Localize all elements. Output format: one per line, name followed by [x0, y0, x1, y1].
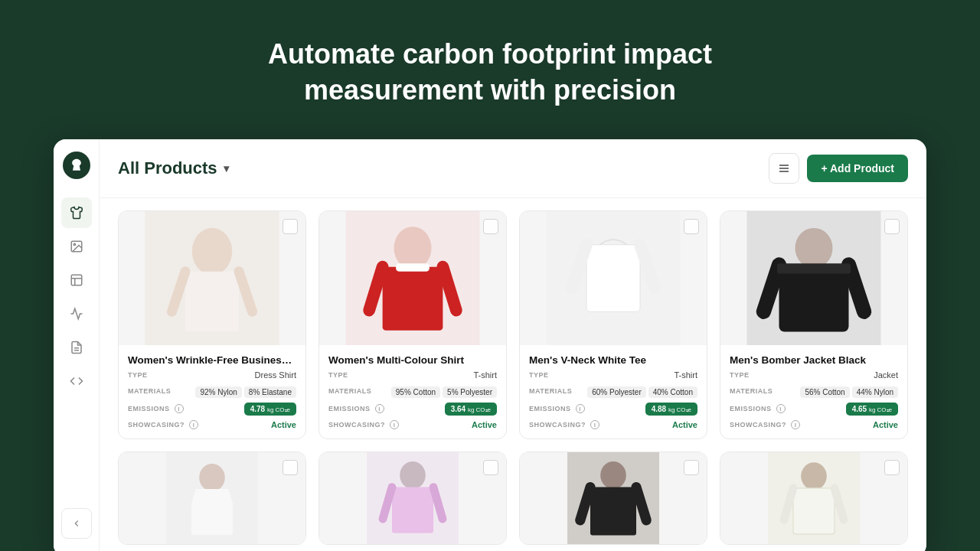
card-checkbox[interactable]: [283, 460, 298, 475]
showcasing-value: Active: [271, 420, 296, 429]
showcasing-label: SHOWCASING? i: [730, 420, 800, 429]
page-title: All Products: [118, 158, 217, 178]
emissions-info-icon[interactable]: i: [375, 404, 384, 413]
card-checkbox[interactable]: [884, 219, 900, 234]
svg-rect-10: [185, 271, 239, 331]
card-checkbox[interactable]: [283, 219, 298, 234]
emissions-row: EMISSIONS i 4.65 kg CO₂e: [730, 403, 898, 416]
product-card-placeholder[interactable]: [519, 452, 707, 545]
emissions-info-icon[interactable]: i: [175, 404, 184, 413]
svg-rect-15: [383, 266, 443, 330]
hero-section: Automate carbon footprint impact measure…: [0, 0, 980, 139]
materials-tags: 60% Polyester40% Cotton: [585, 384, 697, 398]
product-card[interactable]: Women's Wrinkle-Free Business S... TYPE …: [118, 210, 306, 439]
chevron-down-icon: ▾: [224, 162, 229, 174]
svg-point-14: [394, 227, 432, 269]
type-row: TYPE Jacket: [730, 370, 898, 380]
svg-rect-41: [590, 487, 636, 535]
emissions-info-icon[interactable]: i: [776, 404, 786, 413]
sidebar-item-gallery1[interactable]: [61, 231, 92, 262]
card-title: Men's V-Neck White Tee: [529, 354, 697, 366]
product-card[interactable]: Men's V-Neck White Tee TYPE T-shirt MATE…: [519, 210, 707, 439]
showcasing-value: Active: [873, 420, 898, 429]
type-label: TYPE: [328, 371, 348, 379]
showcasing-row: SHOWCASING? i Active: [529, 420, 697, 429]
product-card-placeholder[interactable]: [720, 452, 908, 545]
showcasing-info-icon[interactable]: i: [791, 420, 800, 429]
sidebar: [54, 139, 100, 551]
card-title: Women's Wrinkle-Free Business S...: [128, 354, 296, 366]
emission-badge: 3.64 kg CO₂e: [445, 403, 497, 416]
all-products-dropdown[interactable]: All Products ▾: [118, 158, 229, 178]
sidebar-item-code[interactable]: [61, 366, 92, 396]
showcasing-label: SHOWCASING? i: [328, 420, 399, 429]
product-card[interactable]: Women's Multi-Colour Shirt TYPE T-shirt …: [318, 210, 507, 439]
card-image: [520, 211, 707, 345]
card-image: [720, 211, 907, 345]
materials-label: MATERIALS: [730, 387, 773, 395]
emission-unit: kg CO₂e: [468, 406, 491, 413]
top-bar: All Products ▾ + Add Product: [100, 139, 926, 198]
emissions-label: EMISSIONS i: [328, 404, 384, 413]
type-label: TYPE: [128, 371, 148, 379]
product-card-placeholder[interactable]: [318, 452, 507, 545]
card-checkbox[interactable]: [684, 460, 699, 475]
showcasing-row: SHOWCASING? i Active: [128, 420, 296, 429]
card-checkbox[interactable]: [483, 219, 498, 234]
showcasing-info-icon[interactable]: i: [390, 420, 399, 429]
card-checkbox[interactable]: [483, 460, 498, 475]
sidebar-item-products[interactable]: [61, 197, 92, 228]
hero-title: Automate carbon footprint impact measure…: [222, 37, 758, 109]
material-tag: 60% Polyester: [587, 386, 645, 398]
emission-unit: kg CO₂e: [869, 406, 892, 413]
showcasing-info-icon[interactable]: i: [189, 420, 198, 429]
type-label: TYPE: [730, 371, 750, 379]
sidebar-logo[interactable]: [63, 152, 90, 179]
product-card-placeholder[interactable]: [118, 452, 306, 545]
materials-label: MATERIALS: [529, 387, 572, 395]
emissions-row: EMISSIONS i 3.64 kg CO₂e: [328, 403, 497, 416]
svg-point-30: [199, 464, 225, 491]
app-window: All Products ▾ + Add Product: [54, 139, 926, 551]
materials-row: MATERIALS 95% Cotton5% Polyester: [328, 384, 497, 398]
sidebar-item-gallery2[interactable]: [61, 265, 92, 295]
materials-row: MATERIALS 92% Nylon8% Elastane: [128, 384, 296, 398]
card-image: [119, 211, 305, 345]
products-grid: Women's Wrinkle-Free Business S... TYPE …: [100, 198, 926, 551]
type-row: TYPE T-shirt: [529, 370, 697, 380]
sidebar-item-analytics[interactable]: [61, 298, 92, 329]
material-tag: 44% Nylon: [852, 386, 898, 398]
menu-icon-btn[interactable]: [769, 153, 799, 184]
top-bar-actions: + Add Product: [769, 153, 908, 184]
showcasing-info-icon[interactable]: i: [590, 420, 599, 429]
sidebar-item-documents[interactable]: [61, 332, 92, 363]
svg-point-40: [600, 461, 626, 489]
svg-rect-36: [392, 487, 433, 533]
svg-rect-18: [396, 263, 430, 272]
card-checkbox[interactable]: [884, 460, 900, 475]
showcasing-row: SHOWCASING? i Active: [730, 420, 898, 429]
svg-rect-25: [779, 265, 849, 332]
card-body: Women's Multi-Colour Shirt TYPE T-shirt …: [319, 345, 506, 439]
type-value: Jacket: [874, 370, 898, 380]
sidebar-collapse-btn[interactable]: [61, 508, 92, 539]
svg-point-35: [400, 461, 426, 489]
add-product-button[interactable]: + Add Product: [807, 155, 908, 182]
materials-row: MATERIALS 56% Cotton44% Nylon: [730, 384, 898, 398]
emissions-info-icon[interactable]: i: [576, 404, 585, 413]
product-card[interactable]: Men's Bomber Jacket Black TYPE Jacket MA…: [720, 210, 908, 439]
card-image-placeholder: [720, 452, 907, 544]
material-tag: 92% Nylon: [195, 386, 241, 398]
type-row: TYPE Dress Shirt: [128, 370, 296, 380]
showcasing-row: SHOWCASING? i Active: [328, 420, 497, 429]
svg-rect-46: [793, 487, 835, 533]
card-image-placeholder: [319, 452, 506, 544]
svg-point-9: [192, 227, 233, 274]
card-checkbox[interactable]: [684, 219, 699, 234]
type-value: T-shirt: [674, 370, 697, 380]
showcasing-value: Active: [472, 420, 497, 429]
material-tag: 8% Elastane: [244, 386, 296, 398]
material-tag: 5% Polyester: [443, 386, 497, 398]
card-body: Men's Bomber Jacket Black TYPE Jacket MA…: [720, 345, 907, 439]
material-tag: 95% Cotton: [391, 386, 440, 398]
